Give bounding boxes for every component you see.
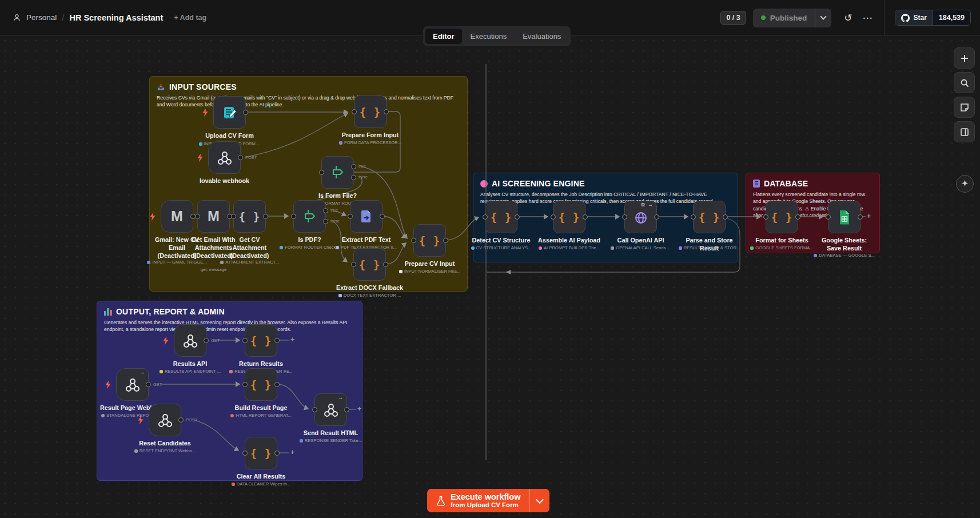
output-port[interactable]: [274, 451, 280, 456]
node-tile[interactable]: { }: [485, 201, 517, 233]
node-tile[interactable]: { }: [693, 201, 726, 233]
node-upload-cv-form[interactable]: Upload CV Form INPUT — UPLOAD FORM ...: [213, 96, 246, 129]
node-tile[interactable]: true false: [321, 156, 354, 189]
history-button[interactable]: ↺: [844, 12, 852, 24]
output-port[interactable]: [654, 214, 659, 220]
node-reset-candidates[interactable]: POST Reset Candidates RESET ENDPOINT Web…: [149, 404, 181, 436]
node-lovable-webhook[interactable]: POST lovable webhook: [208, 141, 241, 174]
tab-editor[interactable]: Editor: [425, 29, 462, 44]
input-port[interactable]: [352, 109, 357, 114]
node-is-pdf[interactable]: true false Is PDF? FORMAT ROUTER Check..…: [293, 200, 326, 233]
input-port[interactable]: [231, 214, 236, 219]
node-get-email-with-attachments[interactable]: M Get Email With Attachments (Deactivate…: [197, 200, 230, 233]
input-port[interactable]: [411, 238, 416, 243]
node-tile[interactable]: M: [161, 200, 193, 233]
layout-panel-button[interactable]: [954, 121, 975, 142]
node-tile[interactable]: POST: [208, 141, 241, 174]
search-button[interactable]: [954, 72, 975, 93]
sticky-note-button[interactable]: [954, 97, 975, 118]
node-call-openai-api[interactable]: ⚙ → Call OpenAI API OPENAI API CALL Send…: [624, 201, 657, 233]
github-star-button[interactable]: Star: [895, 10, 932, 25]
node-tile[interactable]: { }: [766, 201, 798, 233]
node-prepare-cv-input[interactable]: { } Prepare CV Input INPUT NORMALISER Fi…: [413, 224, 446, 257]
execute-workflow-button[interactable]: Execute workflow from Upload CV Form: [427, 489, 549, 512]
published-dropdown-button[interactable]: [815, 9, 831, 27]
node-tile[interactable]: { }: [353, 248, 386, 281]
input-port[interactable]: [351, 262, 356, 267]
node-tile[interactable]: [213, 96, 246, 129]
node-tile[interactable]: { }: [233, 200, 266, 233]
node-is-form-file[interactable]: true false Is Form File? FILE FORMAT ROU…: [321, 156, 354, 189]
output-port[interactable]: [204, 338, 209, 343]
add-node-button[interactable]: [954, 47, 975, 69]
output-port[interactable]: [274, 338, 280, 343]
node-tile[interactable]: { }: [354, 95, 387, 128]
output-port[interactable]: [380, 214, 385, 219]
node-build-result-page[interactable]: { } Build Result Page HTML REPORT GENERA…: [245, 368, 277, 401]
github-star-count[interactable]: 184,539: [933, 10, 970, 25]
node-tile[interactable]: POST: [149, 404, 181, 436]
input-port[interactable]: [622, 214, 627, 220]
node-tile[interactable]: ⚙ →: [624, 201, 657, 233]
breadcrumb-project[interactable]: Personal: [26, 13, 57, 22]
node-parse-and-store-result[interactable]: { } Parse and Store Result RESULT PARSER…: [693, 201, 726, 233]
tab-executions[interactable]: Executions: [463, 29, 515, 44]
node-detect-cv-structure[interactable]: { } Detect CV Structure CV STRUCTURE ANA…: [485, 201, 517, 233]
input-port[interactable]: [691, 214, 696, 220]
node-format-for-sheets[interactable]: { } Format for Sheets GOOGLE SHEETS FORM…: [766, 201, 798, 233]
workflow-title[interactable]: HR Screening Assistant: [69, 13, 163, 22]
node-tile[interactable]: [350, 200, 383, 233]
node-google-sheets-save-result[interactable]: Google Sheets: Save Result DATABASE — GO…: [828, 201, 861, 233]
input-port[interactable]: [291, 214, 296, 219]
output-port[interactable]: [238, 155, 243, 160]
output-port-false[interactable]: [323, 219, 328, 224]
add-connection-plus[interactable]: +: [357, 405, 361, 413]
output-port[interactable]: [243, 110, 248, 115]
output-port[interactable]: [263, 214, 268, 219]
node-tile[interactable]: true false: [293, 200, 326, 233]
node-tile[interactable]: { }: [553, 201, 585, 233]
overflow-menu-button[interactable]: ⋯: [862, 12, 873, 24]
input-port[interactable]: [242, 382, 248, 387]
node-clear-all-results[interactable]: { } Clear All Results DATA CLEANER Wipes…: [245, 437, 277, 469]
input-port[interactable]: [551, 214, 556, 220]
output-port[interactable]: [146, 382, 151, 387]
output-port[interactable]: [515, 214, 520, 220]
node-gmail-new-cv-email[interactable]: M Gmail: New CV Email (Deactivated) INPU…: [161, 200, 193, 233]
add-connection-plus[interactable]: +: [290, 448, 294, 456]
input-port[interactable]: [242, 451, 248, 456]
node-results-api[interactable]: GET Results API RESULTS API ENDPOINT ...: [174, 324, 206, 357]
add-tag-button[interactable]: + Add tag: [174, 14, 206, 22]
output-port-false[interactable]: [351, 175, 356, 180]
node-tile[interactable]: → GET: [116, 368, 149, 401]
node-result-page-webhook[interactable]: → GET Result Page Webhook STANDALONE REP…: [116, 368, 149, 401]
input-port[interactable]: [483, 214, 488, 220]
node-tile[interactable]: { }: [413, 224, 446, 257]
input-port[interactable]: [826, 214, 831, 220]
node-send-result-html[interactable]: → Send Result HTML RESPONSE SENDER Take.…: [314, 393, 347, 426]
node-assemble-ai-payload[interactable]: { } Assemble AI Payload AI PROMPT BUILDE…: [553, 201, 585, 233]
input-port[interactable]: [319, 170, 324, 175]
tab-evaluations[interactable]: Evaluations: [515, 29, 568, 44]
output-port[interactable]: [178, 417, 184, 423]
published-toggle[interactable]: Published: [753, 9, 832, 27]
output-port-true[interactable]: [351, 164, 356, 169]
output-port[interactable]: [344, 407, 349, 412]
output-port[interactable]: [723, 214, 728, 220]
output-port[interactable]: [583, 214, 588, 220]
execute-options-button[interactable]: [529, 489, 549, 512]
node-tile[interactable]: { }: [245, 368, 277, 401]
node-return-results[interactable]: { } Return Results RESULTS FORMATTER Re.…: [245, 324, 277, 357]
node-tile[interactable]: { }: [245, 437, 277, 469]
input-port[interactable]: [348, 214, 353, 219]
output-port[interactable]: [443, 238, 448, 243]
assistant-button[interactable]: [956, 175, 974, 193]
node-get-cv-attachment[interactable]: { } Get CV Attachment (Deactivated) ATTA…: [233, 200, 266, 233]
node-tile[interactable]: { }: [245, 324, 277, 357]
output-port[interactable]: [795, 214, 800, 220]
node-extract-docx-fallback[interactable]: { } Extract DOCX Fallback DOCX TEXT EXTR…: [353, 248, 386, 281]
output-port[interactable]: [383, 262, 388, 267]
node-tile[interactable]: GET: [174, 324, 206, 357]
node-tile[interactable]: →: [314, 393, 347, 426]
add-connection-plus[interactable]: +: [867, 212, 871, 220]
